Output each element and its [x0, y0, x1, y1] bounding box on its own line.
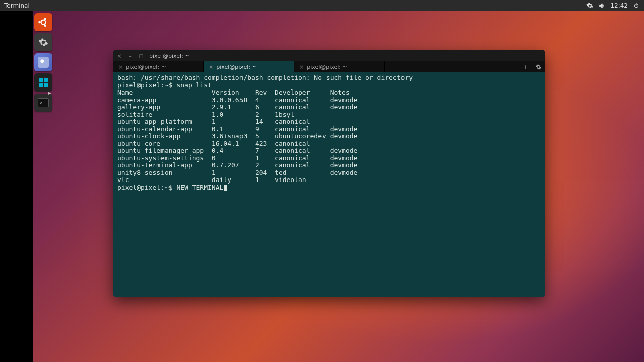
svg-point-3 — [44, 18, 47, 20]
window-titlebar[interactable]: × – ◻ pixel@pixel: ~ — [113, 50, 545, 61]
terminal-tab-label: pixel@pixel: ~ — [307, 64, 347, 70]
launcher-settings[interactable] — [34, 33, 52, 51]
menubar-app-label: Terminal — [4, 2, 30, 9]
launcher-active-pip: ▸ — [48, 89, 51, 96]
volume-icon[interactable] — [598, 2, 605, 9]
window-maximize-button[interactable]: ◻ — [138, 53, 144, 59]
menubar-clock[interactable]: 12:42 — [610, 2, 628, 9]
new-tab-button[interactable]: + — [519, 61, 532, 72]
terminal-settings-button[interactable] — [532, 61, 545, 72]
top-menubar: Terminal 12:42 — [0, 0, 644, 11]
terminal-tab-2[interactable]: × pixel@pixel: ~ — [294, 61, 385, 72]
svg-point-4 — [44, 25, 47, 27]
launcher-dock — [33, 11, 54, 112]
terminal-tab-1[interactable]: × pixel@pixel: ~ — [204, 61, 294, 72]
terminal-tab-label: pixel@pixel: ~ — [216, 64, 257, 70]
window-title: pixel@pixel: ~ — [149, 53, 190, 59]
gear-icon[interactable] — [586, 2, 593, 9]
close-tab-icon[interactable]: × — [209, 64, 213, 70]
launcher-terminal[interactable] — [34, 94, 52, 112]
terminal-tab-label: pixel@pixel: ~ — [126, 64, 166, 70]
terminal-body[interactable]: bash: /usr/share/bash-completion/bash_co… — [113, 72, 545, 297]
launcher-ubuntu-button[interactable] — [34, 13, 52, 31]
session-menu-icon[interactable] — [633, 2, 640, 9]
window-close-button[interactable]: × — [116, 53, 122, 59]
svg-point-2 — [38, 21, 41, 24]
launcher-photos[interactable] — [34, 53, 52, 71]
terminal-cursor — [224, 185, 227, 191]
terminal-tab-0[interactable]: × pixel@pixel: ~ — [113, 61, 204, 72]
window-minimize-button[interactable]: – — [127, 53, 133, 59]
photo-icon — [38, 57, 49, 68]
launcher-tiles-app[interactable] — [34, 73, 52, 92]
terminal-window[interactable]: × – ◻ pixel@pixel: ~ × pixel@pixel: ~ × … — [113, 50, 545, 297]
close-tab-icon[interactable]: × — [299, 64, 304, 70]
close-tab-icon[interactable]: × — [118, 64, 123, 70]
letterbox-left — [0, 11, 33, 362]
terminal-tab-bar: × pixel@pixel: ~ × pixel@pixel: ~ × pixe… — [113, 61, 545, 72]
terminal-icon — [38, 98, 49, 107]
